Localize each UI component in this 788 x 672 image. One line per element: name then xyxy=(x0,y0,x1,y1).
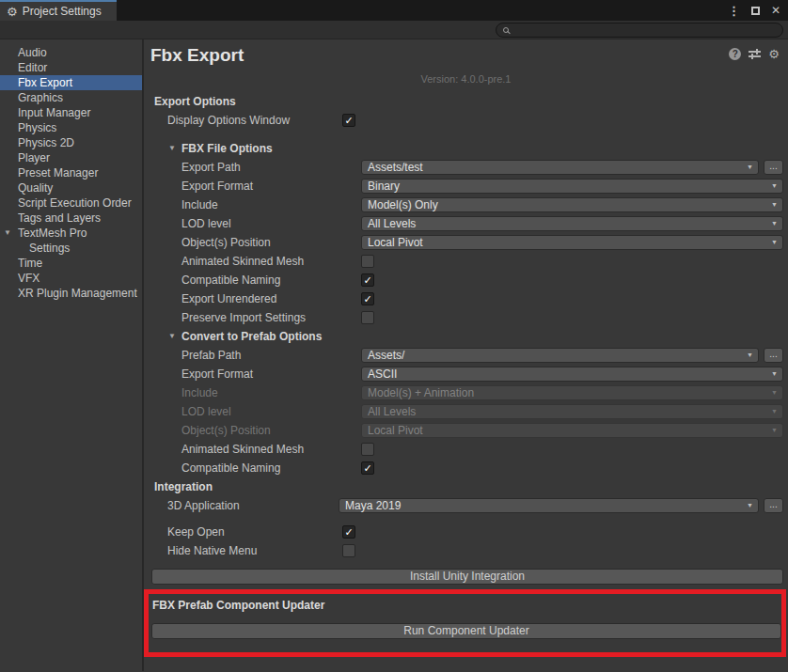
maximize-icon[interactable] xyxy=(751,7,760,15)
sidebar-item-audio[interactable]: Audio xyxy=(0,45,142,60)
sidebar-item-preset-manager[interactable]: Preset Manager xyxy=(0,165,142,180)
checkbox-row-export-unrendered: Export Unrendered✓ xyxy=(144,289,788,308)
field-label: Display Options Window xyxy=(167,114,290,127)
dropdown: Model(s) + Animation▼ xyxy=(361,385,783,400)
checkbox[interactable] xyxy=(361,255,374,268)
dropdown[interactable]: Binary▼ xyxy=(361,179,783,194)
sidebar-item-physics[interactable]: Physics xyxy=(0,120,142,135)
dropdown-row-export-format: Export FormatBinary▼ xyxy=(144,177,788,195)
dropdown[interactable]: ASCII▼ xyxy=(361,367,783,382)
dropdown-row-object-s-position: Object(s) PositionLocal Pivot▼ xyxy=(144,233,788,252)
checkbox[interactable]: ✓ xyxy=(361,273,374,287)
tab-title: Project Settings xyxy=(23,5,102,18)
dropdown[interactable]: Local Pivot▼ xyxy=(361,235,783,250)
sidebar-item-label: Script Execution Order xyxy=(18,196,132,210)
checkbox-row-animated-skinned-mesh: Animated Skinned Mesh xyxy=(144,252,788,271)
foldout-triangle-icon[interactable]: ▼ xyxy=(168,332,176,340)
checkbox[interactable]: ✓ xyxy=(361,461,374,475)
window-controls: ⋮ ✕ xyxy=(728,0,780,21)
gear-icon: ⚙ xyxy=(7,6,18,18)
sidebar-item-label: Input Manager xyxy=(18,106,90,119)
run-component-updater-button[interactable]: Run Component Updater xyxy=(151,623,781,639)
dropdown-row-export-path: Export PathAssets/test▼... xyxy=(144,158,788,177)
sidebar-list: AudioEditorFbx ExportGraphicsInput Manag… xyxy=(0,39,144,671)
search-icon xyxy=(503,27,509,33)
tab-project-settings[interactable]: ⚙ Project Settings xyxy=(0,0,117,21)
search-box[interactable] xyxy=(496,23,783,38)
sidebar-item-time[interactable]: Time xyxy=(0,256,142,271)
settings-gear-icon[interactable]: ⚙ xyxy=(768,48,780,60)
field-label: LOD level xyxy=(181,217,231,230)
checkbox-row-display-options-window: Display Options Window✓ xyxy=(144,111,788,130)
chevron-down-icon: ▼ xyxy=(771,239,778,245)
sidebar-item-settings[interactable]: Settings xyxy=(0,241,142,256)
window-menu-icon[interactable]: ⋮ xyxy=(728,4,740,18)
field-label: Animated Skinned Mesh xyxy=(181,443,304,456)
field-label: Object(s) Position xyxy=(181,236,271,249)
help-icon[interactable]: ? xyxy=(729,48,741,60)
sidebar-item-vfx[interactable]: VFX xyxy=(0,271,142,286)
dropdown[interactable]: All Levels▼ xyxy=(361,216,783,231)
checkbox[interactable] xyxy=(361,311,374,324)
checkbox-row-preserve-import-settings: Preserve Import Settings xyxy=(144,308,788,327)
dropdown[interactable]: Assets/▼ xyxy=(361,348,759,363)
sidebar-item-xr-plugin-management[interactable]: XR Plugin Management xyxy=(0,286,142,301)
checkbox-row-compatible-naming: Compatible Naming✓ xyxy=(144,459,788,477)
sidebar-item-label: Player xyxy=(18,151,50,164)
dropdown-row-lod-level: LOD levelAll Levels▼ xyxy=(144,214,788,233)
checkbox[interactable] xyxy=(361,443,374,456)
sidebar-item-fbx-export[interactable]: Fbx Export xyxy=(0,75,142,90)
dropdown-row-3d-application: 3D ApplicationMaya 2019▼... xyxy=(144,496,788,515)
foldout-label[interactable]: FBX File Options xyxy=(181,142,273,155)
sidebar-item-textmesh-pro[interactable]: ▼TextMesh Pro xyxy=(0,226,142,241)
foldout-row-convert-to-prefab-options: ▼Convert to Prefab Options xyxy=(144,327,788,346)
sidebar-item-graphics[interactable]: Graphics xyxy=(0,90,142,105)
checkbox[interactable]: ✓ xyxy=(361,292,374,305)
preset-icon[interactable] xyxy=(749,48,761,60)
dropdown-value: Binary xyxy=(368,180,400,193)
browse-button[interactable]: ... xyxy=(764,348,783,363)
checkbox[interactable]: ✓ xyxy=(342,525,355,539)
field-label: Hide Native Menu xyxy=(167,544,257,557)
foldout-label[interactable]: Convert to Prefab Options xyxy=(181,330,322,343)
field-label: Compatible Naming xyxy=(181,461,280,475)
sidebar-item-label: Time xyxy=(18,257,42,270)
search-input[interactable] xyxy=(512,24,782,36)
sidebar-item-label: XR Plugin Management xyxy=(18,287,137,300)
browse-button[interactable]: ... xyxy=(764,498,783,513)
chevron-down-icon: ▼ xyxy=(747,352,753,358)
field-label: 3D Application xyxy=(167,499,240,512)
sidebar-item-player[interactable]: Player xyxy=(0,150,142,165)
chevron-down-icon: ▼ xyxy=(771,389,778,396)
sidebar-item-physics-2d[interactable]: Physics 2D xyxy=(0,135,142,150)
field-label: Include xyxy=(181,198,218,211)
settings-rows: Export OptionsDisplay Options Window✓▼FB… xyxy=(144,92,788,585)
dropdown[interactable]: Assets/test▼ xyxy=(361,160,759,175)
sidebar-item-editor[interactable]: Editor xyxy=(0,60,142,75)
browse-button[interactable]: ... xyxy=(764,160,783,175)
field-label: Object(s) Position xyxy=(181,424,271,437)
field-label: Include xyxy=(181,386,218,399)
dropdown-value: All Levels xyxy=(368,406,416,418)
dropdown[interactable]: Maya 2019▼ xyxy=(339,498,759,513)
sidebar-item-input-manager[interactable]: Input Manager xyxy=(0,105,142,120)
sidebar-item-label: Tags and Layers xyxy=(18,211,101,225)
sidebar-item-script-execution-order[interactable]: Script Execution Order xyxy=(0,195,142,211)
section-row-integration: Integration xyxy=(144,477,788,496)
close-icon[interactable]: ✕ xyxy=(771,4,780,17)
sidebar-item-label: Preset Manager xyxy=(18,166,98,180)
header-icons: ? ⚙ xyxy=(729,48,780,60)
field-label: Export Format xyxy=(181,367,253,381)
install-unity-integration-button[interactable]: Install Unity Integration xyxy=(151,569,783,585)
checkbox[interactable] xyxy=(342,544,355,557)
dropdown-value: Model(s) + Animation xyxy=(368,387,474,399)
chevron-expanded-icon[interactable]: ▼ xyxy=(4,226,11,241)
chevron-down-icon: ▼ xyxy=(771,370,778,377)
dropdown-row-prefab-path: Prefab PathAssets/▼... xyxy=(144,346,788,365)
sidebar-item-tags-and-layers[interactable]: Tags and Layers xyxy=(0,211,142,226)
checkbox[interactable]: ✓ xyxy=(342,114,355,127)
sidebar-item-quality[interactable]: Quality xyxy=(0,180,142,195)
dropdown[interactable]: Model(s) Only▼ xyxy=(361,197,783,212)
dropdown-row-include: IncludeModel(s) + Animation▼ xyxy=(144,383,788,402)
foldout-triangle-icon[interactable]: ▼ xyxy=(168,144,176,152)
